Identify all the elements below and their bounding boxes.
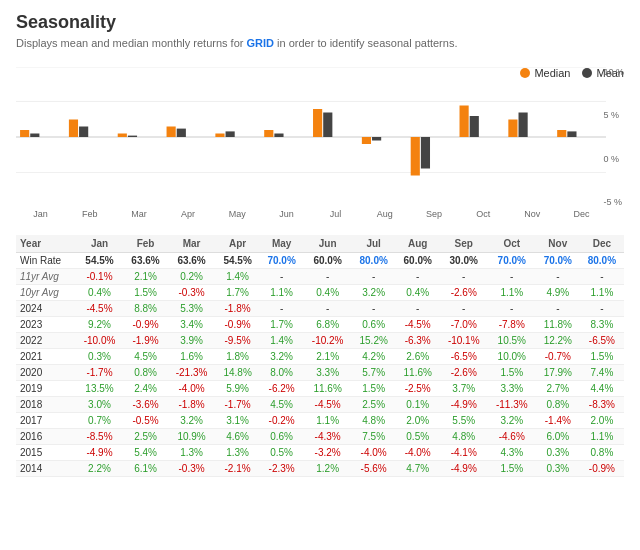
cell-value: -0.9% (216, 317, 260, 333)
cell-value: 0.1% (396, 397, 440, 413)
table-row: 201913.5%2.4%-4.0%5.9%-6.2%11.6%1.5%-2.5… (16, 381, 624, 397)
cell-value: 1.7% (260, 317, 304, 333)
cell-value: 0.4% (304, 285, 352, 301)
cell-value: 1.1% (580, 285, 624, 301)
col-jul: Jul (352, 235, 396, 253)
svg-rect-10 (167, 127, 176, 138)
chart-svg (16, 67, 606, 207)
cell-value: -11.3% (488, 397, 536, 413)
cell-value: -0.7% (536, 349, 580, 365)
cell-value: 30.0% (440, 253, 488, 269)
cell-value: 6.0% (536, 429, 580, 445)
svg-rect-4 (20, 130, 29, 137)
cell-value: 1.4% (216, 269, 260, 285)
cell-value: -4.1% (440, 445, 488, 461)
table-row: Win Rate54.5%63.6%63.6%54.5%70.0%60.0%80… (16, 253, 624, 269)
svg-rect-13 (226, 131, 235, 137)
cell-value: 1.3% (168, 445, 216, 461)
col-apr: Apr (216, 235, 260, 253)
cell-year: 10yr Avg (16, 285, 75, 301)
cell-value: - (440, 269, 488, 285)
cell-value: 2.5% (124, 429, 168, 445)
svg-rect-7 (79, 127, 88, 138)
cell-value: 0.6% (352, 317, 396, 333)
cell-year: 2018 (16, 397, 75, 413)
svg-rect-19 (372, 137, 381, 141)
col-nov: Nov (536, 235, 580, 253)
table-row: 20210.3%4.5%1.6%1.8%3.2%2.1%4.2%2.6%-6.5… (16, 349, 624, 365)
cell-value: -0.2% (260, 413, 304, 429)
cell-value: 1.1% (260, 285, 304, 301)
cell-value: -4.5% (75, 301, 123, 317)
svg-rect-12 (215, 134, 224, 138)
cell-value: - (352, 269, 396, 285)
cell-value: 8.0% (260, 365, 304, 381)
cell-value: 0.4% (75, 285, 123, 301)
col-dec: Dec (580, 235, 624, 253)
ticker: GRID (247, 37, 275, 49)
cell-value: -8.5% (75, 429, 123, 445)
svg-rect-5 (30, 134, 39, 138)
col-jun: Jun (304, 235, 352, 253)
table-row: 10yr Avg0.4%1.5%-0.3%1.7%1.1%0.4%3.2%0.4… (16, 285, 624, 301)
cell-value: 0.4% (396, 285, 440, 301)
cell-value: 1.5% (124, 285, 168, 301)
cell-value: 11.6% (396, 365, 440, 381)
cell-value: -3.2% (304, 445, 352, 461)
cell-value: 1.2% (304, 461, 352, 477)
cell-value: 0.3% (75, 349, 123, 365)
cell-value: 2.4% (124, 381, 168, 397)
table-row: 11yr Avg-0.1%2.1%0.2%1.4%-------- (16, 269, 624, 285)
col-aug: Aug (396, 235, 440, 253)
cell-value: 0.2% (168, 269, 216, 285)
cell-year: 2020 (16, 365, 75, 381)
cell-value: 4.8% (352, 413, 396, 429)
svg-rect-22 (460, 106, 469, 138)
cell-value: 8.3% (580, 317, 624, 333)
cell-value: -7.8% (488, 317, 536, 333)
cell-value: - (488, 269, 536, 285)
cell-value: 2.1% (304, 349, 352, 365)
col-oct: Oct (488, 235, 536, 253)
cell-value: 10.9% (168, 429, 216, 445)
table-row: 20183.0%-3.6%-1.8%-1.7%4.5%-4.5%2.5%0.1%… (16, 397, 624, 413)
cell-value: - (352, 301, 396, 317)
cell-year: 2021 (16, 349, 75, 365)
col-may: May (260, 235, 304, 253)
cell-year: 2024 (16, 301, 75, 317)
cell-value: -4.5% (396, 317, 440, 333)
cell-value: - (260, 269, 304, 285)
table-row: 2022-10.0%-1.9%3.9%-9.5%1.4%-10.2%15.2%-… (16, 333, 624, 349)
svg-rect-25 (519, 113, 528, 138)
cell-value: - (304, 301, 352, 317)
cell-value: - (536, 269, 580, 285)
cell-value: 10.5% (488, 333, 536, 349)
svg-rect-20 (411, 137, 420, 176)
cell-value: 17.9% (536, 365, 580, 381)
subtitle: Displays mean and median monthly returns… (16, 37, 624, 49)
svg-rect-17 (323, 113, 332, 138)
cell-value: - (580, 301, 624, 317)
cell-value: 3.0% (75, 397, 123, 413)
cell-value: 12.2% (536, 333, 580, 349)
cell-value: 4.7% (396, 461, 440, 477)
cell-value: 7.5% (352, 429, 396, 445)
cell-value: 5.3% (168, 301, 216, 317)
cell-value: -6.2% (260, 381, 304, 397)
cell-value: -4.3% (304, 429, 352, 445)
cell-value: 60.0% (396, 253, 440, 269)
cell-value: 70.0% (488, 253, 536, 269)
cell-value: -4.0% (352, 445, 396, 461)
cell-value: -2.5% (396, 381, 440, 397)
cell-year: 11yr Avg (16, 269, 75, 285)
cell-value: 3.9% (168, 333, 216, 349)
svg-rect-9 (128, 136, 137, 137)
table-row: 20239.2%-0.9%3.4%-0.9%1.7%6.8%0.6%-4.5%-… (16, 317, 624, 333)
cell-value: - (488, 301, 536, 317)
cell-value: -6.5% (580, 333, 624, 349)
data-table: Year Jan Feb Mar Apr May Jun Jul Aug Sep… (16, 235, 624, 477)
cell-value: -4.0% (396, 445, 440, 461)
cell-value: -1.7% (216, 397, 260, 413)
cell-value: 70.0% (260, 253, 304, 269)
cell-value: -0.9% (124, 317, 168, 333)
